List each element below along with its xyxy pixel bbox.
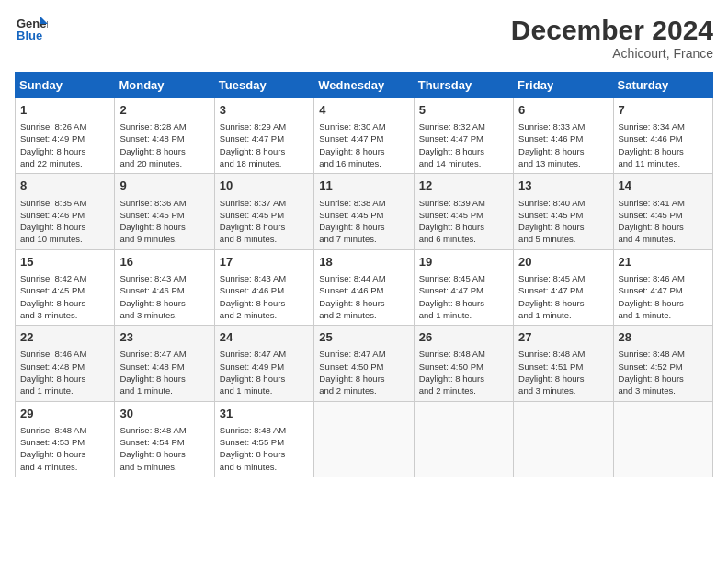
day-info: Sunrise: 8:37 AMSunset: 4:45 PMDaylight:… bbox=[220, 197, 309, 246]
day-number: 15 bbox=[20, 254, 109, 270]
calendar-day-1: 1Sunrise: 8:26 AMSunset: 4:49 PMDaylight… bbox=[16, 98, 115, 174]
weekday-header-wednesday: Wednesday bbox=[314, 73, 414, 98]
day-info: Sunrise: 8:48 AMSunset: 4:53 PMDaylight:… bbox=[20, 424, 109, 473]
day-number: 5 bbox=[419, 102, 508, 119]
day-info: Sunrise: 8:43 AMSunset: 4:46 PMDaylight:… bbox=[220, 272, 309, 321]
empty-cell bbox=[314, 401, 414, 477]
svg-text:Blue: Blue bbox=[17, 29, 42, 42]
logo-icon: General Blue bbox=[15, 15, 48, 42]
month-title: December 2024 bbox=[511, 15, 713, 46]
day-info: Sunrise: 8:28 AMSunset: 4:48 PMDaylight:… bbox=[119, 121, 209, 169]
day-info: Sunrise: 8:33 AMSunset: 4:46 PMDaylight:… bbox=[518, 121, 608, 169]
calendar-table: SundayMondayTuesdayWednesdayThursdayFrid… bbox=[15, 72, 713, 477]
day-info: Sunrise: 8:44 AMSunset: 4:46 PMDaylight:… bbox=[319, 272, 408, 321]
empty-cell bbox=[613, 401, 712, 477]
calendar-week-4: 22Sunrise: 8:46 AMSunset: 4:48 PMDayligh… bbox=[16, 326, 713, 401]
day-number: 29 bbox=[20, 406, 109, 422]
day-info: Sunrise: 8:48 AMSunset: 4:55 PMDaylight:… bbox=[220, 424, 309, 473]
day-info: Sunrise: 8:32 AMSunset: 4:47 PMDaylight:… bbox=[419, 121, 508, 169]
day-number: 26 bbox=[419, 329, 508, 346]
calendar-day-29: 29Sunrise: 8:48 AMSunset: 4:53 PMDayligh… bbox=[16, 401, 115, 477]
location-title: Achicourt, France bbox=[511, 46, 713, 61]
calendar-day-31: 31Sunrise: 8:48 AMSunset: 4:55 PMDayligh… bbox=[214, 401, 313, 477]
calendar-day-10: 10Sunrise: 8:37 AMSunset: 4:45 PMDayligh… bbox=[214, 174, 313, 249]
day-info: Sunrise: 8:38 AMSunset: 4:45 PMDaylight:… bbox=[319, 197, 408, 246]
day-number: 4 bbox=[319, 102, 408, 119]
page-header: General Blue December 2024 Achicourt, Fr… bbox=[15, 15, 713, 61]
day-number: 20 bbox=[518, 254, 608, 270]
day-info: Sunrise: 8:47 AMSunset: 4:48 PMDaylight:… bbox=[119, 348, 209, 396]
day-number: 10 bbox=[220, 178, 309, 194]
weekday-header-saturday: Saturday bbox=[613, 73, 712, 98]
day-number: 18 bbox=[319, 254, 408, 270]
day-info: Sunrise: 8:42 AMSunset: 4:45 PMDaylight:… bbox=[20, 272, 109, 321]
calendar-day-14: 14Sunrise: 8:41 AMSunset: 4:45 PMDayligh… bbox=[613, 174, 712, 249]
calendar-week-5: 29Sunrise: 8:48 AMSunset: 4:53 PMDayligh… bbox=[16, 401, 713, 477]
day-number: 31 bbox=[220, 406, 309, 422]
day-info: Sunrise: 8:45 AMSunset: 4:47 PMDaylight:… bbox=[518, 272, 608, 321]
calendar-day-24: 24Sunrise: 8:47 AMSunset: 4:49 PMDayligh… bbox=[214, 326, 313, 401]
day-number: 27 bbox=[518, 329, 608, 346]
calendar-week-1: 1Sunrise: 8:26 AMSunset: 4:49 PMDaylight… bbox=[16, 98, 713, 174]
calendar-day-23: 23Sunrise: 8:47 AMSunset: 4:48 PMDayligh… bbox=[115, 326, 214, 401]
calendar-day-21: 21Sunrise: 8:46 AMSunset: 4:47 PMDayligh… bbox=[613, 249, 712, 325]
day-number: 16 bbox=[119, 254, 209, 270]
day-info: Sunrise: 8:30 AMSunset: 4:47 PMDaylight:… bbox=[319, 121, 408, 169]
day-number: 7 bbox=[619, 102, 708, 119]
calendar-week-2: 8Sunrise: 8:35 AMSunset: 4:46 PMDaylight… bbox=[16, 174, 713, 249]
day-number: 12 bbox=[419, 178, 508, 194]
day-number: 17 bbox=[220, 254, 309, 270]
day-info: Sunrise: 8:35 AMSunset: 4:46 PMDaylight:… bbox=[20, 197, 109, 246]
calendar-day-16: 16Sunrise: 8:43 AMSunset: 4:46 PMDayligh… bbox=[115, 249, 214, 325]
calendar-day-11: 11Sunrise: 8:38 AMSunset: 4:45 PMDayligh… bbox=[314, 174, 414, 249]
day-number: 9 bbox=[119, 178, 209, 194]
day-info: Sunrise: 8:46 AMSunset: 4:47 PMDaylight:… bbox=[619, 272, 708, 321]
calendar-day-20: 20Sunrise: 8:45 AMSunset: 4:47 PMDayligh… bbox=[514, 249, 613, 325]
day-number: 2 bbox=[119, 102, 209, 119]
weekday-header-monday: Monday bbox=[115, 73, 214, 98]
calendar-day-9: 9Sunrise: 8:36 AMSunset: 4:45 PMDaylight… bbox=[115, 174, 214, 249]
day-number: 3 bbox=[220, 102, 309, 119]
calendar-day-30: 30Sunrise: 8:48 AMSunset: 4:54 PMDayligh… bbox=[115, 401, 214, 477]
calendar-day-17: 17Sunrise: 8:43 AMSunset: 4:46 PMDayligh… bbox=[214, 249, 313, 325]
calendar-day-7: 7Sunrise: 8:34 AMSunset: 4:46 PMDaylight… bbox=[613, 98, 712, 174]
title-area: December 2024 Achicourt, France bbox=[511, 15, 713, 61]
day-number: 6 bbox=[518, 102, 608, 119]
empty-cell bbox=[514, 401, 613, 477]
weekday-header-friday: Friday bbox=[514, 73, 613, 98]
calendar-day-26: 26Sunrise: 8:48 AMSunset: 4:50 PMDayligh… bbox=[414, 326, 513, 401]
day-info: Sunrise: 8:48 AMSunset: 4:51 PMDaylight:… bbox=[518, 348, 608, 396]
day-info: Sunrise: 8:46 AMSunset: 4:48 PMDaylight:… bbox=[20, 348, 109, 396]
empty-cell bbox=[414, 401, 513, 477]
logo: General Blue bbox=[15, 15, 48, 42]
day-info: Sunrise: 8:34 AMSunset: 4:46 PMDaylight:… bbox=[619, 121, 708, 169]
day-number: 14 bbox=[619, 178, 708, 194]
day-info: Sunrise: 8:48 AMSunset: 4:54 PMDaylight:… bbox=[119, 424, 209, 473]
calendar-day-2: 2Sunrise: 8:28 AMSunset: 4:48 PMDaylight… bbox=[115, 98, 214, 174]
day-number: 30 bbox=[119, 406, 209, 422]
calendar-day-5: 5Sunrise: 8:32 AMSunset: 4:47 PMDaylight… bbox=[414, 98, 513, 174]
day-info: Sunrise: 8:48 AMSunset: 4:52 PMDaylight:… bbox=[619, 348, 708, 396]
day-info: Sunrise: 8:47 AMSunset: 4:49 PMDaylight:… bbox=[220, 348, 309, 396]
day-info: Sunrise: 8:43 AMSunset: 4:46 PMDaylight:… bbox=[119, 272, 209, 321]
day-info: Sunrise: 8:45 AMSunset: 4:47 PMDaylight:… bbox=[419, 272, 508, 321]
day-number: 11 bbox=[319, 178, 408, 194]
weekday-header-thursday: Thursday bbox=[414, 73, 513, 98]
weekday-header-tuesday: Tuesday bbox=[214, 73, 313, 98]
weekday-header-sunday: Sunday bbox=[16, 73, 115, 98]
day-info: Sunrise: 8:29 AMSunset: 4:47 PMDaylight:… bbox=[220, 121, 309, 169]
day-info: Sunrise: 8:48 AMSunset: 4:50 PMDaylight:… bbox=[419, 348, 508, 396]
weekday-header-row: SundayMondayTuesdayWednesdayThursdayFrid… bbox=[16, 73, 713, 98]
day-number: 25 bbox=[319, 329, 408, 346]
calendar-day-13: 13Sunrise: 8:40 AMSunset: 4:45 PMDayligh… bbox=[514, 174, 613, 249]
day-info: Sunrise: 8:47 AMSunset: 4:50 PMDaylight:… bbox=[319, 348, 408, 396]
calendar-day-28: 28Sunrise: 8:48 AMSunset: 4:52 PMDayligh… bbox=[613, 326, 712, 401]
day-number: 13 bbox=[518, 178, 608, 194]
day-number: 8 bbox=[20, 178, 109, 194]
calendar-day-6: 6Sunrise: 8:33 AMSunset: 4:46 PMDaylight… bbox=[514, 98, 613, 174]
day-number: 23 bbox=[119, 329, 209, 346]
calendar-day-19: 19Sunrise: 8:45 AMSunset: 4:47 PMDayligh… bbox=[414, 249, 513, 325]
day-number: 22 bbox=[20, 329, 109, 346]
calendar-day-8: 8Sunrise: 8:35 AMSunset: 4:46 PMDaylight… bbox=[16, 174, 115, 249]
calendar-day-18: 18Sunrise: 8:44 AMSunset: 4:46 PMDayligh… bbox=[314, 249, 414, 325]
